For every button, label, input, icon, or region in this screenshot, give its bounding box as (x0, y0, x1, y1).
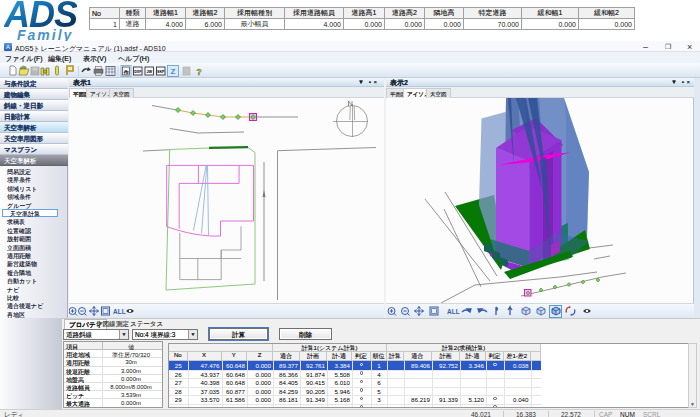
svg-text:?: ? (196, 67, 202, 77)
svg-text:ALL: ALL (447, 308, 460, 315)
svg-text:DXF: DXF (134, 70, 142, 74)
svg-text:SKP: SKP (157, 70, 165, 74)
svg-text:JW: JW (146, 70, 152, 74)
svg-text:Z: Z (171, 67, 176, 76)
svg-text:ALL: ALL (113, 308, 126, 315)
svg-text:作: 作 (123, 69, 130, 75)
